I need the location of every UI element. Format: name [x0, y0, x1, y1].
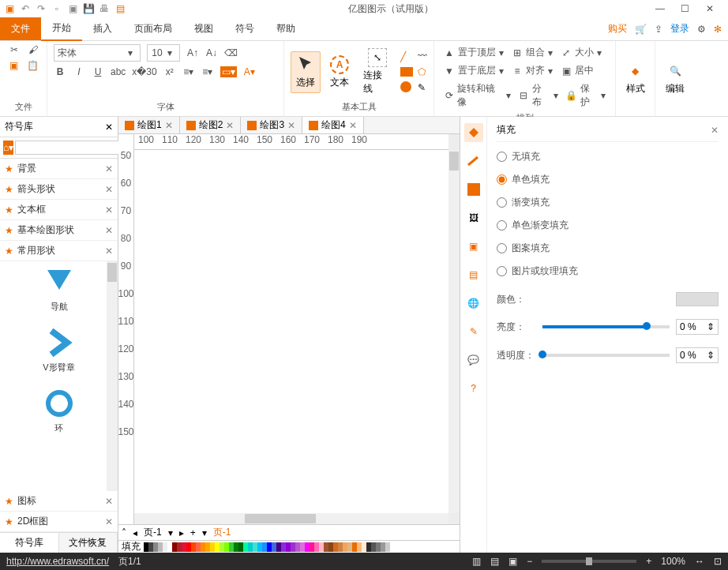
undo-icon[interactable]: ↶: [19, 2, 32, 15]
doc-tab-2[interactable]: 绘图3✕: [241, 117, 302, 133]
new-icon[interactable]: ▫: [51, 2, 63, 15]
page-add-icon[interactable]: +: [190, 527, 196, 538]
print-icon[interactable]: 🖶: [98, 2, 111, 15]
distribute[interactable]: ⊟分布▾: [516, 81, 561, 111]
bottom-tab-recovery[interactable]: 文件恢复: [59, 533, 118, 553]
tool-select[interactable]: 选择: [291, 51, 321, 93]
shape-nav[interactable]: 导航: [43, 266, 75, 313]
doc-tab-0[interactable]: 绘图1✕: [118, 117, 180, 133]
page-next-icon[interactable]: ▸: [179, 527, 184, 538]
maximize-icon[interactable]: ☐: [681, 3, 692, 14]
rotate[interactable]: ⟳旋转和镜像▾: [441, 81, 514, 111]
send-back[interactable]: ▼置于底层▾: [441, 62, 507, 79]
underline-icon[interactable]: U: [92, 66, 104, 77]
shapes-scrollbar[interactable]: [107, 261, 118, 491]
menu-view[interactable]: 视图: [183, 17, 224, 40]
view-normal-icon[interactable]: ▥: [472, 556, 481, 567]
brightness-slider[interactable]: [542, 325, 670, 328]
rect-shape-icon[interactable]: [400, 67, 413, 77]
page-prev-icon[interactable]: ◂: [133, 527, 137, 538]
category-more-1[interactable]: ★2D框图✕: [0, 512, 118, 532]
zoom-slider[interactable]: [542, 560, 636, 563]
center[interactable]: ▣居中: [557, 62, 597, 79]
edit-button[interactable]: 🔍编辑: [661, 58, 689, 99]
superscript-icon[interactable]: x²: [163, 66, 176, 77]
fill-option-1[interactable]: 单色填充: [497, 173, 719, 186]
view-full-icon[interactable]: ▣: [508, 556, 517, 567]
category-0[interactable]: ★背景✕: [0, 159, 118, 179]
zoom-in-icon[interactable]: +: [646, 556, 651, 567]
menu-help[interactable]: 帮助: [265, 17, 306, 40]
file-menu[interactable]: 文件: [0, 17, 41, 40]
fill-option-3[interactable]: 单色渐变填充: [497, 219, 719, 232]
minimize-icon[interactable]: —: [655, 3, 666, 14]
menu-symbol[interactable]: 符号: [224, 17, 265, 40]
fit-page-icon[interactable]: ⊡: [714, 556, 722, 567]
fill-option-2[interactable]: 渐变填充: [497, 196, 719, 209]
brightness-value[interactable]: 0 %⇕: [676, 319, 719, 335]
italic-icon[interactable]: I: [73, 66, 85, 77]
canvas-hscroll[interactable]: [134, 513, 448, 524]
category-3[interactable]: ★基本绘图形状✕: [0, 220, 118, 241]
font-name-select[interactable]: 宋体▾: [54, 44, 141, 62]
font-size-select[interactable]: 10▾: [147, 44, 180, 62]
cut-icon[interactable]: ✂: [8, 44, 21, 55]
category-4[interactable]: ★常用形状✕: [0, 241, 118, 261]
drawing-canvas[interactable]: [134, 150, 448, 513]
bottom-tab-symbols[interactable]: 符号库: [0, 533, 59, 553]
clear-format-icon[interactable]: ⌫: [224, 47, 238, 58]
category-1[interactable]: ★箭头形状✕: [0, 179, 118, 200]
protect[interactable]: 🔒保护▾: [563, 81, 609, 111]
paint-icon[interactable]: 🖌: [27, 44, 39, 55]
page-dropdown-icon[interactable]: ▾: [168, 527, 173, 538]
cart-icon[interactable]: 🛒: [635, 24, 647, 35]
shape-chevron[interactable]: V形臂章: [43, 327, 74, 373]
close-icon[interactable]: ✕: [706, 3, 717, 14]
style-button[interactable]: ◆样式: [621, 58, 650, 99]
color-picker[interactable]: [676, 292, 719, 306]
comment-tab-icon[interactable]: 💬: [464, 351, 483, 369]
page-menu-icon[interactable]: ▾: [202, 527, 207, 538]
tool-text[interactable]: A 文本: [325, 52, 354, 92]
circle-shape-icon[interactable]: [400, 81, 411, 92]
notes-tab-icon[interactable]: ▤: [464, 265, 483, 284]
size[interactable]: ⤢大小▾: [557, 44, 605, 61]
fill-tab-icon[interactable]: [464, 123, 483, 142]
menu-insert[interactable]: 插入: [82, 17, 123, 40]
paste-icon[interactable]: 📋: [27, 60, 39, 71]
fill-panel-close-icon[interactable]: ✕: [711, 125, 719, 136]
open-icon[interactable]: ▣: [66, 2, 79, 15]
strike-icon[interactable]: abc: [111, 66, 126, 77]
category-more-0[interactable]: ★图标✕: [0, 491, 118, 512]
menu-layout[interactable]: 页面布局: [123, 17, 183, 40]
highlight-icon[interactable]: ▭▾: [220, 66, 237, 77]
opacity-value[interactable]: 0 %⇕: [676, 347, 719, 363]
bold-icon[interactable]: B: [54, 66, 66, 77]
group[interactable]: ⊞组合▾: [508, 44, 556, 61]
buy-link[interactable]: 购买: [608, 22, 627, 36]
save-icon[interactable]: 💾: [82, 2, 95, 15]
bullet-icon[interactable]: ≡▾: [182, 66, 195, 77]
export-icon[interactable]: ▤: [114, 2, 126, 15]
fill-option-5[interactable]: 图片或纹理填充: [497, 264, 719, 278]
settings-icon[interactable]: ⚙: [697, 24, 706, 35]
status-url[interactable]: http://www.edrawsoft.cn/: [6, 556, 109, 567]
view-page-icon[interactable]: ▤: [490, 556, 499, 567]
align[interactable]: ≡对齐▾: [508, 62, 556, 79]
shape-ring[interactable]: 环: [43, 388, 75, 434]
canvas-vscroll[interactable]: [448, 150, 460, 513]
page-current[interactable]: 页-1: [213, 526, 231, 539]
linespace-icon[interactable]: ≡▾: [201, 66, 214, 77]
zoom-out-icon[interactable]: −: [527, 556, 532, 567]
shadow-tab-icon[interactable]: [464, 180, 483, 199]
doc-tab-1[interactable]: 绘图2✕: [180, 117, 242, 133]
image-tab-icon[interactable]: 🖼: [464, 208, 483, 227]
zoom-value[interactable]: 100%: [661, 556, 685, 567]
doc-tab-3[interactable]: 绘图4✕: [302, 117, 364, 133]
fill-option-4[interactable]: 图案填充: [497, 242, 719, 255]
fill-option-0[interactable]: 无填充: [497, 150, 719, 163]
shape-tools-2[interactable]: 〰 ⬠ ✎: [418, 51, 427, 93]
menu-start[interactable]: 开始: [41, 17, 82, 41]
hyperlink-tab-icon[interactable]: 🌐: [464, 294, 483, 313]
login-link[interactable]: 登录: [670, 22, 689, 36]
